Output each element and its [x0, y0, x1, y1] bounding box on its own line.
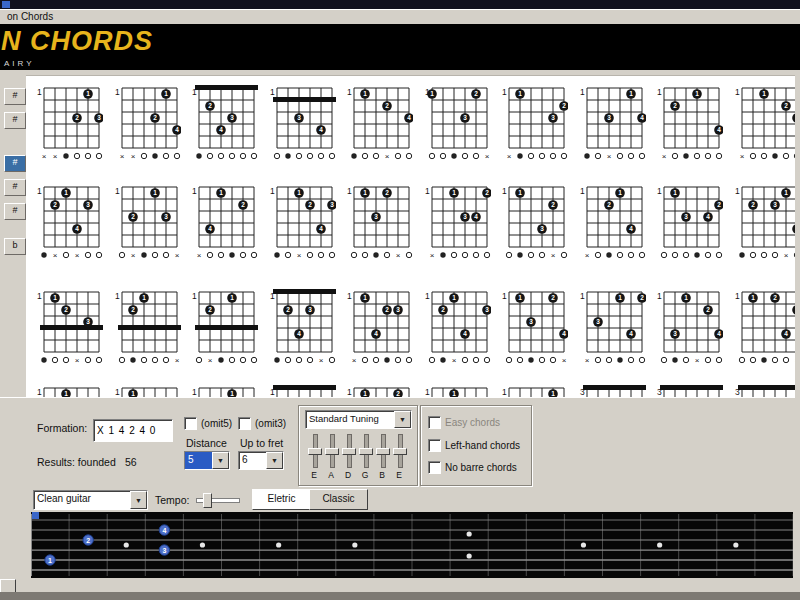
svg-text:2: 2: [308, 201, 312, 208]
chevron-down-icon[interactable]: ▼: [212, 452, 229, 469]
omit3-checkbox-box[interactable]: [238, 417, 251, 430]
sidebar-note-button[interactable]: #: [4, 179, 26, 196]
chord-diagram[interactable]: 324: [733, 383, 796, 398]
chord-diagram[interactable]: 11234×: [733, 287, 796, 369]
fret-inlay-marker: [124, 542, 129, 547]
chord-diagram-svg: 323: [578, 383, 646, 398]
chord-diagram[interactable]: 1134×: [578, 83, 646, 165]
sidebar-note-button[interactable]: #: [4, 203, 26, 220]
no-barre-chords-checkbox[interactable]: No barre chords: [428, 461, 517, 474]
omit5-checkbox-box[interactable]: [184, 417, 197, 430]
distance-dropdown[interactable]: 5 ▼: [184, 451, 230, 470]
svg-text:1: 1: [192, 291, 197, 301]
fretboard-finger-dot[interactable]: 2: [83, 535, 93, 545]
chord-diagram[interactable]: 1124××: [113, 83, 181, 165]
left-hand-checkbox-box[interactable]: [428, 439, 441, 452]
slider-thumb[interactable]: [342, 448, 356, 455]
fretboard-finger-dot[interactable]: 3: [159, 545, 169, 555]
chord-diagram[interactable]: 1123×: [35, 287, 103, 369]
up-to-fret-dropdown[interactable]: 6 ▼: [238, 451, 284, 470]
chord-diagram[interactable]: 11234×: [345, 287, 413, 369]
fretboard-finger-dot[interactable]: 4: [159, 525, 169, 535]
formation-input[interactable]: [93, 419, 173, 442]
left-hand-chords-checkbox[interactable]: Left-hand chords: [428, 439, 520, 452]
sidebar-note-button[interactable]: #: [4, 88, 26, 105]
svg-text:2: 2: [640, 294, 644, 301]
chord-diagram[interactable]: 1123×: [733, 83, 796, 165]
chord-diagram[interactable]: 123: [268, 383, 336, 398]
chord-diagram[interactable]: 1124×: [578, 182, 646, 264]
chord-diagram[interactable]: 134: [268, 83, 336, 165]
chord-diagram[interactable]: 11234×: [655, 287, 723, 369]
tempo-slider[interactable]: [196, 493, 238, 506]
svg-text:3: 3: [551, 114, 555, 121]
chord-diagram[interactable]: 1123×: [500, 182, 568, 264]
chord-diagram[interactable]: 11234×: [423, 182, 491, 264]
sidebar-note-button[interactable]: #: [4, 112, 26, 129]
omit5-checkbox[interactable]: (omit5): [184, 417, 232, 430]
chord-diagram[interactable]: 11234: [655, 182, 723, 264]
omit3-checkbox[interactable]: (omit3): [238, 417, 286, 430]
chord-diagram[interactable]: 1123×: [345, 182, 413, 264]
chord-diagram[interactable]: 1123×: [35, 383, 103, 398]
chord-diagram[interactable]: 1124×: [345, 83, 413, 165]
tuning-slider-e-string[interactable]: E: [392, 432, 406, 480]
fret-inlay-marker: [352, 542, 357, 547]
chord-diagram[interactable]: 11234×: [733, 182, 796, 264]
chevron-down-icon[interactable]: ▼: [130, 491, 147, 509]
chord-diagram[interactable]: 112×: [190, 287, 258, 369]
sidebar-note-button[interactable]: b: [4, 238, 26, 255]
no-barre-checkbox-box[interactable]: [428, 461, 441, 474]
slider-thumb[interactable]: [359, 448, 373, 455]
chord-diagram[interactable]: 1123×: [500, 83, 568, 165]
tempo-slider-thumb[interactable]: [203, 493, 212, 508]
svg-text:3: 3: [596, 318, 600, 325]
chord-diagram[interactable]: 1123×: [190, 383, 258, 398]
chord-diagram[interactable]: 1123×: [113, 383, 181, 398]
chord-diagram[interactable]: 11234×: [500, 287, 568, 369]
chord-diagram[interactable]: 11234××: [35, 182, 103, 264]
chord-diagram[interactable]: 1234: [190, 83, 258, 165]
classic-guitar-button[interactable]: Classic: [309, 489, 368, 510]
chord-diagram[interactable]: 1124×: [190, 182, 258, 264]
chord-diagram[interactable]: 112×: [113, 287, 181, 369]
fretboard-view[interactable]: 1234: [31, 512, 793, 578]
tuning-dropdown[interactable]: Standard Tuning ▼: [305, 410, 412, 429]
tuning-slider-b-string[interactable]: B: [375, 432, 389, 480]
chord-diagram[interactable]: 1123××: [35, 83, 103, 165]
svg-text:1: 1: [347, 186, 352, 196]
svg-text:2: 2: [131, 306, 135, 313]
chord-diagram[interactable]: 1123×: [423, 83, 491, 165]
chord-diagram[interactable]: 1123××: [113, 182, 181, 264]
chord-diagram[interactable]: 323: [578, 383, 646, 398]
chord-diagram[interactable]: 1123×: [345, 383, 413, 398]
horizontal-scrollbar[interactable]: [0, 579, 795, 592]
tuning-slider-g-string[interactable]: G: [358, 432, 372, 480]
chord-diagram[interactable]: 1123×: [423, 383, 491, 398]
svg-text:1: 1: [751, 294, 755, 301]
tuning-slider-a-string[interactable]: A: [324, 432, 338, 480]
chevron-down-icon[interactable]: ▼: [266, 452, 283, 469]
chord-diagram[interactable]: 1123×: [500, 383, 568, 398]
svg-text:1: 1: [363, 90, 367, 97]
fretboard-finger-dot[interactable]: 1: [45, 555, 55, 565]
chord-diagram[interactable]: 1234×: [268, 287, 336, 369]
chevron-down-icon[interactable]: ▼: [394, 411, 411, 428]
tuning-slider-e-string[interactable]: E: [307, 432, 321, 480]
guitar-sound-dropdown[interactable]: Clean guitar ▼: [33, 490, 148, 510]
chord-diagram[interactable]: 11234×: [423, 287, 491, 369]
slider-thumb[interactable]: [308, 448, 322, 455]
svg-text:3: 3: [463, 213, 467, 220]
tuning-slider-d-string[interactable]: D: [341, 432, 355, 480]
window-titlebar[interactable]: [0, 0, 800, 9]
slider-thumb[interactable]: [393, 448, 407, 455]
chord-diagram[interactable]: 11234×: [578, 287, 646, 369]
slider-thumb[interactable]: [325, 448, 339, 455]
svg-text:1: 1: [580, 186, 585, 196]
slider-thumb[interactable]: [376, 448, 390, 455]
chord-diagram[interactable]: 11234×: [268, 182, 336, 264]
sidebar-note-button[interactable]: #: [4, 155, 26, 172]
chord-diagram[interactable]: 1124×: [655, 83, 723, 165]
chord-diagram[interactable]: 323: [655, 383, 723, 398]
eletric-guitar-button[interactable]: Eletric: [252, 489, 311, 510]
